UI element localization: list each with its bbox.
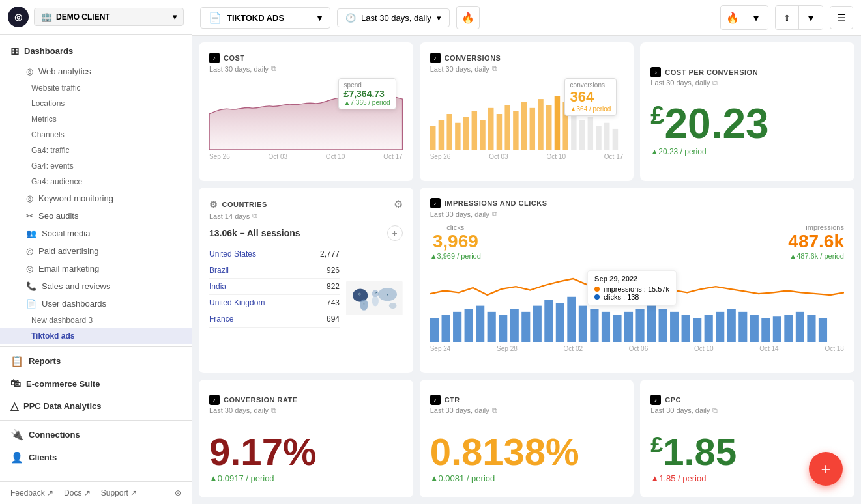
- svg-rect-7: [488, 108, 493, 150]
- svg-rect-62: [738, 312, 747, 342]
- conv-tooltip: conversions 364 ▲364 / period: [564, 78, 617, 116]
- sidebar-item-reports[interactable]: 📋 Reports: [0, 350, 192, 372]
- theme-button-group: 🔥 ▾: [720, 5, 768, 30]
- share-icon-button[interactable]: ⇧: [776, 6, 799, 29]
- svg-rect-59: [704, 315, 712, 343]
- dashboard-grid: ♪ COST Last 30 days, daily ⧉ spend £7,36…: [192, 36, 861, 504]
- cpc-change: ▲20.23 / period: [650, 147, 844, 156]
- country-name-uk[interactable]: United Kingdom: [209, 298, 265, 307]
- sidebar-item-social-media[interactable]: 👥 Social media: [0, 225, 192, 242]
- sidebar: ◎ 🏢 DEMO CLIENT ▾ ⊞ Dashboards ◎ Web ana…: [0, 0, 192, 504]
- svg-rect-44: [533, 306, 541, 342]
- support-link[interactable]: Support ↗: [101, 488, 137, 497]
- ga4-events-label: Ga4: events: [31, 161, 74, 171]
- share-chevron-button[interactable]: ▾: [799, 6, 823, 29]
- date-range-selector[interactable]: 🕐 Last 30 days, daily ▾: [337, 8, 450, 27]
- sidebar-item-seo-audits[interactable]: ✂ Seo audits: [0, 207, 192, 225]
- country-name-fr[interactable]: France: [209, 315, 233, 324]
- country-row-uk: United Kingdom 743: [209, 295, 340, 311]
- fire-button[interactable]: 🔥: [456, 6, 480, 29]
- feedback-link[interactable]: Feedback ↗: [10, 488, 53, 497]
- ctr-change: ▲0.0081 / period: [430, 473, 579, 483]
- cost-tooltip: spend £7,364.73 ▲7,365 / period: [338, 78, 396, 109]
- sidebar-item-sales-reviews[interactable]: 📞 Sales and reviews: [0, 277, 192, 295]
- client-selector[interactable]: 🏢 DEMO CLIENT ▾: [34, 8, 184, 26]
- dashboard-selector[interactable]: 📄 TIKTOKD ADS ▾: [200, 7, 330, 29]
- conversions-chart-area: conversions 364 ▲364 / period: [430, 78, 624, 163]
- sidebar-item-email-marketing[interactable]: ◎ Email marketing: [0, 260, 192, 277]
- add-country-button[interactable]: +: [387, 225, 403, 241]
- svg-rect-1: [438, 120, 443, 150]
- docs-link[interactable]: Docs ↗: [64, 488, 91, 497]
- email-label: Email marketing: [38, 264, 99, 273]
- svg-point-25: [360, 300, 368, 311]
- ppc-label: PPC Data Analytics: [23, 401, 101, 411]
- copy-icon-imp: ⧉: [492, 210, 497, 218]
- sidebar-item-connections[interactable]: 🔌 Connections: [0, 423, 192, 446]
- sidebar-item-clients[interactable]: 👤 Clients: [0, 446, 192, 469]
- channels-label: Channels: [31, 130, 65, 139]
- tiktok-icon-ctr: ♪: [430, 395, 441, 405]
- theme-chevron-button[interactable]: ▾: [744, 6, 768, 29]
- sales-label: Sales and reviews: [42, 281, 111, 291]
- svg-rect-67: [795, 312, 804, 342]
- svg-point-30: [358, 293, 360, 295]
- country-name-us[interactable]: United States: [209, 249, 256, 259]
- sidebar-item-keyword-monitoring[interactable]: ◎ Keyword monitoring: [0, 189, 192, 207]
- svg-rect-68: [807, 315, 815, 343]
- impressions-widget: ♪ IMPRESSIONS AND CLICKS Last 30 days, d…: [420, 188, 854, 373]
- sidebar-item-ga4-traffic[interactable]: Ga4: traffic: [0, 143, 192, 158]
- sidebar-item-website-traffic[interactable]: Website traffic: [0, 80, 192, 96]
- sidebar-item-ga4-audience[interactable]: Ga4: audience: [0, 174, 192, 189]
- svg-rect-20: [596, 126, 601, 150]
- country-val-uk: 743: [327, 298, 340, 307]
- sidebar-item-dashboards[interactable]: ⊞ Dashboards: [0, 40, 192, 63]
- svg-rect-4: [463, 117, 469, 150]
- world-map: [346, 246, 403, 350]
- sidebar-item-new-dashboard-3[interactable]: New dashboard 3: [0, 313, 192, 328]
- svg-rect-15: [554, 96, 559, 150]
- sidebar-item-ppc[interactable]: △ PPC Data Analytics: [0, 395, 192, 417]
- web-analytics-label: Web analytics: [38, 66, 91, 76]
- settings-icon-countries[interactable]: ⚙: [394, 198, 403, 210]
- sidebar-item-paid-advertising[interactable]: ◎ Paid advertising: [0, 242, 192, 260]
- sidebar-navigation: ⊞ Dashboards ◎ Web analytics Website tra…: [0, 35, 192, 481]
- sidebar-item-web-analytics[interactable]: ◎ Web analytics: [0, 63, 192, 80]
- cpc2-big-value: £1.85: [650, 433, 737, 471]
- svg-rect-37: [453, 312, 461, 342]
- svg-rect-69: [819, 318, 827, 342]
- sidebar-item-ecommerce[interactable]: 🛍 E-commerce Suite: [0, 372, 192, 395]
- sidebar-item-channels[interactable]: Channels: [0, 127, 192, 143]
- svg-rect-35: [430, 318, 439, 342]
- svg-rect-56: [670, 312, 679, 342]
- country-name-br[interactable]: Brazil: [209, 266, 229, 275]
- svg-rect-50: [602, 312, 610, 342]
- theme-icon-button[interactable]: 🔥: [721, 6, 744, 29]
- copy-icon: ⧉: [271, 64, 276, 73]
- app-logo: ◎: [8, 7, 29, 27]
- nav-toggle-icon[interactable]: ⊙: [175, 488, 181, 497]
- sidebar-item-tiktokd-ads[interactable]: Tiktokd ads: [0, 328, 192, 344]
- impressions-value: 487.6k: [788, 231, 844, 252]
- svg-rect-47: [567, 297, 576, 342]
- impressions-change: ▲487.6k / period: [788, 252, 844, 260]
- copy-icon-cpc: ⧉: [712, 79, 718, 87]
- keyword-label: Keyword monitoring: [38, 193, 113, 203]
- tiktok-icon-cpc: ♪: [650, 67, 661, 77]
- clicks-change: ▲3,969 / period: [430, 252, 481, 260]
- ecommerce-label: E-commerce Suite: [26, 379, 100, 389]
- svg-point-34: [375, 292, 377, 294]
- client-icon: 🏢: [41, 12, 52, 22]
- cost-per-conversion-widget: ♪ COST PER CONVERSION Last 30 days, dail…: [640, 42, 854, 181]
- sidebar-item-locations[interactable]: Locations: [0, 96, 192, 111]
- menu-button[interactable]: ☰: [830, 6, 853, 29]
- fab-add-button[interactable]: +: [809, 452, 843, 486]
- date-range-label: Last 30 days, daily: [361, 13, 431, 23]
- user-dash-label: User dashboards: [42, 299, 106, 309]
- country-name-in[interactable]: India: [209, 282, 226, 291]
- sidebar-item-ga4-events[interactable]: Ga4: events: [0, 158, 192, 174]
- svg-rect-48: [578, 306, 587, 342]
- gear-icon-countries[interactable]: ⚙: [209, 199, 218, 210]
- sidebar-item-user-dashboards[interactable]: 📄 User dashboards: [0, 295, 192, 313]
- sidebar-item-metrics[interactable]: Metrics: [0, 111, 192, 127]
